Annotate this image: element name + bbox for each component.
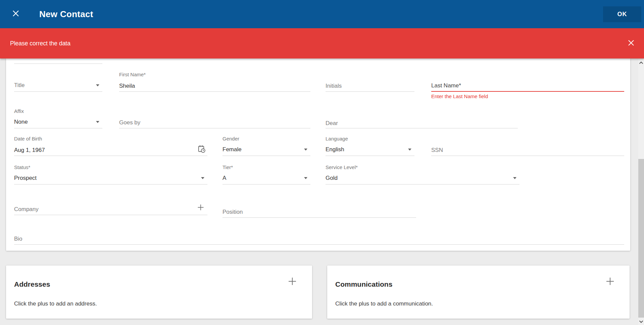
date-of-birth-label: Date of Birth bbox=[14, 136, 42, 141]
status-label: Status* bbox=[14, 164, 30, 170]
add-company-button[interactable] bbox=[197, 204, 204, 211]
scrollbar-thumb[interactable] bbox=[638, 159, 644, 318]
addresses-title: Addresses bbox=[14, 280, 50, 288]
communications-title: Communications bbox=[335, 280, 392, 288]
service-level-select-value: Gold bbox=[326, 175, 519, 181]
addresses-card: Addresses Click the plus to add an addre… bbox=[6, 266, 312, 319]
close-icon bbox=[12, 9, 20, 19]
chevron-up-icon bbox=[639, 59, 643, 66]
add-communication-button[interactable] bbox=[606, 277, 614, 286]
date-of-birth-field-wrap: Date of Birth bbox=[14, 132, 207, 156]
last-name-field-wrap bbox=[431, 68, 624, 92]
truncated-field-underline bbox=[14, 64, 102, 64]
goes-by-input[interactable] bbox=[119, 119, 310, 126]
service-level-label: Service Level* bbox=[326, 164, 358, 170]
plus-icon bbox=[197, 207, 204, 212]
first-name-input[interactable] bbox=[119, 83, 310, 89]
addresses-hint: Click the plus to add an address. bbox=[14, 300, 97, 307]
scroll-up-button[interactable] bbox=[638, 59, 644, 65]
company-field-wrap bbox=[14, 192, 207, 215]
chevron-down-icon bbox=[96, 84, 99, 86]
status-select[interactable]: Status* Prospect bbox=[14, 161, 207, 185]
contact-form-card: Title First Name* Enter the Last Name fi… bbox=[6, 58, 630, 251]
dear-input[interactable] bbox=[326, 120, 518, 127]
bio-input[interactable] bbox=[14, 236, 624, 242]
dialog-header: New Contact OK bbox=[0, 0, 644, 28]
chevron-down-icon bbox=[304, 149, 307, 151]
tier-select[interactable]: Tier* A bbox=[222, 161, 310, 185]
affix-label: Affix bbox=[14, 108, 24, 114]
scroll-down-button[interactable] bbox=[638, 318, 644, 324]
dismiss-banner-button[interactable] bbox=[627, 40, 635, 47]
last-name-input[interactable] bbox=[431, 82, 624, 89]
new-contact-page: { "header": { "title": "New Contact", "o… bbox=[0, 0, 644, 325]
error-banner-message: Please correct the data bbox=[10, 28, 70, 58]
plus-icon bbox=[606, 282, 614, 287]
title-select[interactable]: Title bbox=[14, 68, 102, 92]
position-field-wrap bbox=[222, 194, 416, 218]
ssn-input[interactable] bbox=[431, 147, 624, 154]
initials-input[interactable] bbox=[326, 83, 414, 89]
service-level-select[interactable]: Service Level* Gold bbox=[326, 161, 519, 185]
vertical-scrollbar[interactable] bbox=[638, 58, 644, 325]
first-name-label: First Name* bbox=[119, 72, 146, 77]
affix-select-value: None bbox=[14, 119, 102, 125]
page-title: New Contact bbox=[39, 0, 93, 28]
status-select-value: Prospect bbox=[14, 175, 207, 181]
communications-hint: Click the plus to add a communication. bbox=[335, 300, 433, 307]
company-input[interactable] bbox=[14, 206, 192, 213]
calendar-clock-icon bbox=[198, 149, 205, 154]
chevron-down-icon bbox=[201, 177, 204, 179]
position-input[interactable] bbox=[222, 209, 416, 215]
initials-field-wrap bbox=[326, 68, 414, 92]
close-dialog-button[interactable] bbox=[11, 9, 20, 19]
chevron-down-icon bbox=[513, 177, 516, 179]
title-select-value: Title bbox=[14, 82, 102, 89]
gender-label: Gender bbox=[222, 136, 239, 141]
first-name-field-wrap: First Name* bbox=[119, 68, 310, 92]
chevron-down-icon bbox=[639, 318, 643, 324]
chevron-down-icon bbox=[304, 177, 307, 179]
communications-card: Communications Click the plus to add a c… bbox=[327, 266, 630, 319]
ssn-field-wrap bbox=[431, 132, 624, 156]
tier-label: Tier* bbox=[222, 164, 233, 170]
language-select[interactable]: Language English bbox=[326, 132, 414, 156]
language-select-value: English bbox=[326, 146, 414, 153]
ok-button[interactable]: OK bbox=[603, 6, 641, 22]
banner-close-icon bbox=[628, 40, 634, 47]
gender-select[interactable]: Gender Female bbox=[222, 132, 310, 156]
plus-icon bbox=[288, 282, 297, 287]
chevron-down-icon bbox=[96, 121, 99, 123]
date-of-birth-input[interactable] bbox=[14, 147, 192, 154]
add-address-button[interactable] bbox=[288, 277, 297, 286]
error-banner: Please correct the data bbox=[0, 28, 644, 58]
dear-field-wrap bbox=[326, 105, 518, 128]
date-picker-button[interactable] bbox=[198, 145, 205, 153]
chevron-down-icon bbox=[408, 149, 411, 151]
affix-select[interactable]: Affix None bbox=[14, 105, 102, 128]
tier-select-value: A bbox=[222, 175, 310, 181]
bio-field-wrap bbox=[14, 221, 624, 245]
gender-select-value: Female bbox=[222, 146, 310, 153]
language-label: Language bbox=[326, 136, 348, 141]
goes-by-field-wrap bbox=[119, 105, 310, 128]
last-name-error-message: Enter the Last Name field bbox=[431, 93, 488, 99]
